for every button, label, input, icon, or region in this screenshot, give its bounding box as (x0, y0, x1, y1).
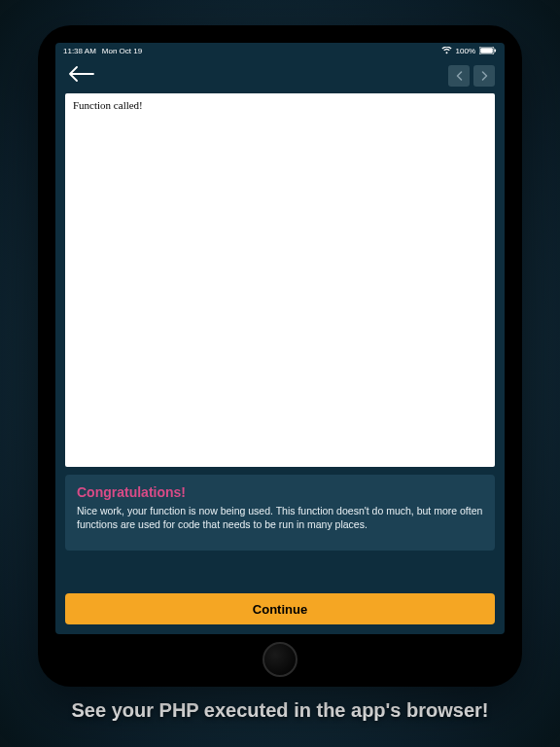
promo-caption: See your PHP executed in the app's brows… (14, 698, 547, 722)
browser-forward-button[interactable] (473, 65, 495, 87)
browser-output-pane: Function called! (65, 93, 495, 467)
status-date: Mon Oct 19 (102, 47, 142, 55)
message-title: Congratulations! (77, 484, 483, 500)
browser-output-text: Function called! (73, 99, 143, 111)
home-button[interactable] (262, 642, 298, 677)
svg-rect-2 (495, 50, 497, 53)
status-bar: 11:38 AM Mon Oct 19 100% (55, 43, 505, 58)
content-area: Function called! Congratulations! Nice w… (55, 93, 505, 634)
message-box: Congratulations! Nice work, your functio… (65, 475, 495, 551)
continue-label: Continue (253, 602, 307, 617)
back-button[interactable] (65, 62, 98, 89)
browser-back-button[interactable] (448, 65, 470, 87)
tablet-screen: 11:38 AM Mon Oct 19 100% (55, 43, 505, 634)
message-body: Nice work, your function is now being us… (77, 504, 483, 531)
battery-icon (479, 47, 497, 54)
svg-rect-1 (480, 48, 493, 53)
wifi-icon (441, 47, 452, 54)
status-battery: 100% (456, 47, 475, 55)
continue-button[interactable]: Continue (65, 593, 495, 624)
browser-nav (448, 65, 495, 87)
topbar (55, 58, 505, 93)
tablet-frame: 11:38 AM Mon Oct 19 100% (38, 25, 522, 687)
status-time: 11:38 AM (63, 47, 96, 55)
